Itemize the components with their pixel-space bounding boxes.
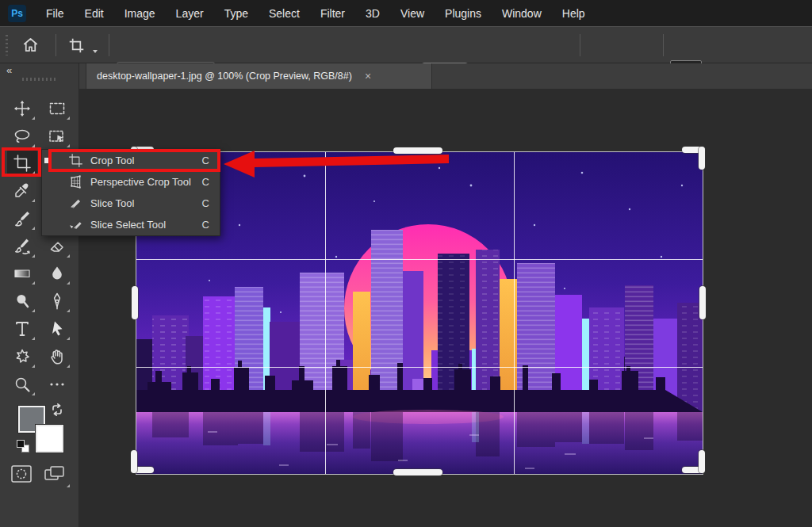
menu-edit[interactable]: Edit — [75, 7, 114, 20]
menu-help[interactable]: Help — [552, 7, 596, 20]
menu-select[interactable]: Select — [259, 7, 310, 20]
slice-select-tool-icon — [67, 217, 84, 232]
crop-handle-bottom-left[interactable] — [131, 450, 137, 473]
zoom-tool[interactable] — [7, 371, 37, 398]
photoshop-window: Ps File Edit Image Layer Type Select Fil… — [0, 0, 812, 527]
edit-toolbar-ellipsis[interactable] — [42, 371, 72, 398]
chevron-down-icon[interactable] — [93, 50, 98, 53]
photoshop-logo-icon[interactable]: Ps — [8, 5, 26, 22]
gradient-tool[interactable] — [7, 260, 37, 287]
eraser-tool[interactable] — [42, 233, 72, 260]
dodge-tool[interactable] — [7, 288, 37, 315]
flyout-item-perspective-crop-tool[interactable]: Perspective Crop Tool C — [42, 171, 220, 193]
hand-tool[interactable] — [42, 343, 72, 370]
annotation-highlight-flyout-crop — [48, 149, 220, 172]
menu-layer[interactable]: Layer — [166, 7, 214, 20]
menu-bar: Ps File Edit Image Layer Type Select Fil… — [0, 0, 812, 26]
document-tab-bar: desktop-wallpaper-1.jpg @ 100% (Crop Pre… — [79, 63, 812, 89]
quick-mask-mode-button[interactable] — [10, 464, 33, 487]
flyout-item-shortcut: C — [202, 176, 209, 188]
collapse-panel-button[interactable]: « — [6, 64, 12, 76]
flyout-item-label: Perspective Crop Tool — [90, 176, 202, 188]
flyout-item-shortcut: C — [202, 197, 209, 209]
tools-panel: « — [0, 63, 79, 527]
menu-filter[interactable]: Filter — [310, 7, 355, 20]
spot-healing-brush-tool[interactable] — [7, 205, 37, 232]
divider — [109, 34, 109, 56]
flyout-item-shortcut: C — [202, 219, 209, 231]
divider — [663, 34, 664, 56]
document-title: desktop-wallpaper-1.jpg @ 100% (Crop Pre… — [86, 71, 360, 82]
menu-view[interactable]: View — [390, 7, 435, 20]
flyout-item-label: Slice Tool — [90, 197, 202, 209]
swap-colors-icon[interactable] — [50, 403, 66, 422]
crop-tool-preset-icon[interactable] — [68, 37, 85, 57]
annotation-highlight-toolbar-crop — [2, 147, 41, 177]
move-tool[interactable] — [7, 95, 37, 122]
document-tab[interactable]: desktop-wallpaper-1.jpg @ 100% (Crop Pre… — [86, 63, 432, 89]
menu-type[interactable]: Type — [214, 7, 259, 20]
crop-handle-bottom-middle[interactable] — [393, 469, 442, 475]
panel-grip[interactable] — [22, 78, 57, 81]
menu-window[interactable]: Window — [492, 7, 552, 20]
annotation-arrow — [221, 148, 451, 180]
divider — [580, 34, 580, 56]
pen-tool[interactable] — [42, 288, 72, 315]
lasso-tool[interactable] — [7, 123, 37, 150]
canvas-document[interactable] — [136, 152, 703, 474]
home-icon[interactable] — [21, 36, 40, 57]
crop-handle-bottom-right[interactable] — [699, 450, 705, 473]
crop-handle-right-middle[interactable] — [699, 286, 706, 319]
menu-plugins[interactable]: Plugins — [435, 7, 492, 20]
blur-tool[interactable] — [42, 260, 72, 287]
type-tool[interactable] — [7, 315, 37, 342]
crop-grid-line-vertical — [514, 152, 515, 474]
menu-3d[interactable]: 3D — [355, 7, 390, 20]
screen-mode-button[interactable] — [43, 464, 68, 487]
perspective-crop-tool-icon — [67, 174, 84, 189]
object-selection-tool[interactable] — [42, 123, 72, 150]
crop-grid-line-horizontal — [136, 367, 703, 368]
flyout-item-slice-tool[interactable]: Slice Tool C — [42, 193, 220, 214]
slice-tool-icon — [67, 196, 84, 211]
options-bar: Original Ratio Clear Straighten — [0, 26, 812, 63]
menu-image[interactable]: Image — [114, 7, 166, 20]
options-bar-grip[interactable] — [6, 35, 8, 55]
close-tab-icon[interactable]: × — [360, 70, 376, 82]
rectangular-marquee-tool[interactable] — [42, 95, 72, 122]
menu-file[interactable]: File — [36, 7, 75, 20]
background-color-swatch[interactable] — [36, 425, 63, 453]
history-brush-tool[interactable] — [7, 233, 37, 260]
path-selection-tool[interactable] — [42, 315, 72, 342]
default-foreground-mini-swatch[interactable] — [17, 440, 25, 448]
crop-handle-left-middle[interactable] — [132, 286, 138, 319]
flyout-item-slice-select-tool[interactable]: Slice Select Tool C — [42, 214, 220, 235]
wallpaper-image — [136, 152, 703, 474]
crop-handle-top-right[interactable] — [699, 147, 705, 170]
crop-grid-line-vertical — [325, 152, 326, 474]
custom-shape-tool[interactable] — [7, 343, 37, 370]
eyedropper-tool[interactable] — [7, 178, 37, 204]
flyout-item-label: Slice Select Tool — [90, 219, 202, 231]
crop-grid-line-horizontal — [136, 259, 703, 260]
divider — [56, 34, 56, 56]
